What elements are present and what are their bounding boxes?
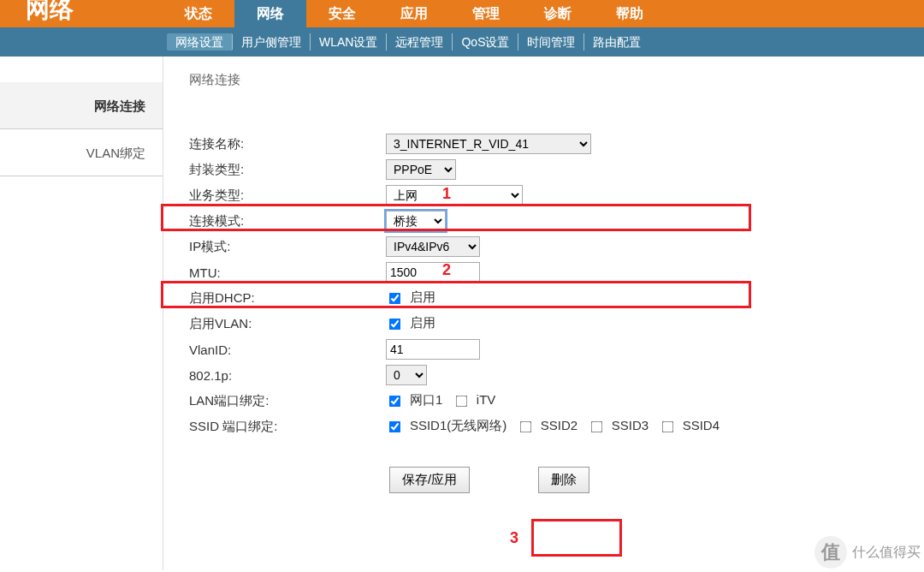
select-conn-name[interactable]: 3_INTERNET_R_VID_41 <box>386 134 591 154</box>
checkbox-lan-port1[interactable] <box>389 396 401 408</box>
sub-nav: 网络设置 用户侧管理 WLAN设置 远程管理 QoS设置 时间管理 路由配置 <box>0 27 924 57</box>
text-dhcp-enable: 启用 <box>410 289 435 304</box>
button-bar: 保存/应用 删除 <box>389 467 924 493</box>
label-vlanid: VlanID: <box>189 343 386 357</box>
text-ssid4: SSID4 <box>683 418 720 432</box>
text-vlan-enable: 启用 <box>410 315 435 330</box>
sidebar: 网络连接 VLAN绑定 <box>0 57 163 176</box>
main-tabs: 状态 网络 安全 应用 管理 诊断 帮助 <box>163 0 666 27</box>
label-vlan: 启用VLAN: <box>189 316 386 332</box>
save-apply-button[interactable]: 保存/应用 <box>389 467 470 493</box>
subnav-remote[interactable]: 远程管理 <box>387 33 453 51</box>
checkbox-ssid2[interactable] <box>520 421 532 433</box>
tab-security[interactable]: 安全 <box>306 0 378 27</box>
label-dot1p: 802.1p: <box>189 368 386 383</box>
subnav-time[interactable]: 时间管理 <box>518 33 584 51</box>
checkbox-vlan[interactable] <box>389 319 401 331</box>
checkbox-lan-itv[interactable] <box>456 396 468 408</box>
label-ssidbind: SSID 端口绑定: <box>189 419 386 435</box>
input-mtu[interactable] <box>386 262 480 283</box>
text-lan-itv: iTV <box>477 392 496 407</box>
input-vlanid[interactable] <box>386 339 480 360</box>
label-svc-type: 业务类型: <box>189 188 386 204</box>
watermark: 值 什么值得买 <box>814 536 921 569</box>
subnav-wlan[interactable]: WLAN设置 <box>311 33 387 51</box>
checkbox-ssid4[interactable] <box>661 421 673 433</box>
tab-diagnose[interactable]: 诊断 <box>522 0 594 27</box>
watermark-icon: 值 <box>814 536 847 569</box>
sidebar-item-network-conn[interactable]: 网络连接 <box>0 82 163 129</box>
annotation-3: 3 <box>510 529 518 547</box>
tab-help[interactable]: 帮助 <box>594 0 666 27</box>
label-encap: 封装类型: <box>189 162 386 178</box>
select-conn-mode[interactable]: 桥接 <box>386 211 446 231</box>
select-encap[interactable]: PPPoE <box>386 159 456 180</box>
checkbox-ssid3[interactable] <box>591 421 603 433</box>
checkbox-ssid1[interactable] <box>389 421 401 433</box>
subnav-network-settings[interactable]: 网络设置 <box>167 33 233 51</box>
delete-button[interactable]: 删除 <box>538 467 589 493</box>
text-ssid3: SSID3 <box>612 418 649 432</box>
label-ip-mode: IP模式: <box>189 239 386 255</box>
label-dhcp: 启用DHCP: <box>189 290 386 307</box>
label-mtu: MTU: <box>189 265 386 280</box>
tab-app[interactable]: 应用 <box>378 0 450 27</box>
highlight-box-3 <box>531 519 622 557</box>
label-conn-mode: 连接模式: <box>189 213 386 229</box>
label-lanbind: LAN端口绑定: <box>189 393 386 409</box>
subnav-qos[interactable]: QoS设置 <box>453 33 518 51</box>
watermark-text: 什么值得买 <box>852 544 921 562</box>
text-ssid1: SSID1(无线网络) <box>410 418 506 432</box>
tab-network[interactable]: 网络 <box>234 0 306 27</box>
select-svc-type[interactable]: 上网 <box>386 185 523 206</box>
text-ssid2: SSID2 <box>541 418 578 432</box>
label-conn-name: 连接名称: <box>189 136 386 152</box>
content-panel: 网络连接 1 2 3 连接名称: 3_INTERNET_R_VID_41 封装类… <box>163 57 924 570</box>
sidebar-item-vlan-bind[interactable]: VLAN绑定 <box>0 129 163 176</box>
section-title: 网络连接 <box>189 72 924 88</box>
text-lan-port1: 网口1 <box>410 392 442 407</box>
select-ip-mode[interactable]: IPv4&IPv6 <box>386 236 480 257</box>
brand-logo: 网络 <box>0 0 163 27</box>
subnav-user-side[interactable]: 用户侧管理 <box>233 33 311 51</box>
tab-manage[interactable]: 管理 <box>450 0 522 27</box>
subnav-route[interactable]: 路由配置 <box>584 33 649 51</box>
tab-status[interactable]: 状态 <box>163 0 234 27</box>
checkbox-dhcp[interactable] <box>389 293 401 305</box>
top-nav: 网络 状态 网络 安全 应用 管理 诊断 帮助 <box>0 0 924 27</box>
select-dot1p[interactable]: 0 <box>386 365 427 385</box>
